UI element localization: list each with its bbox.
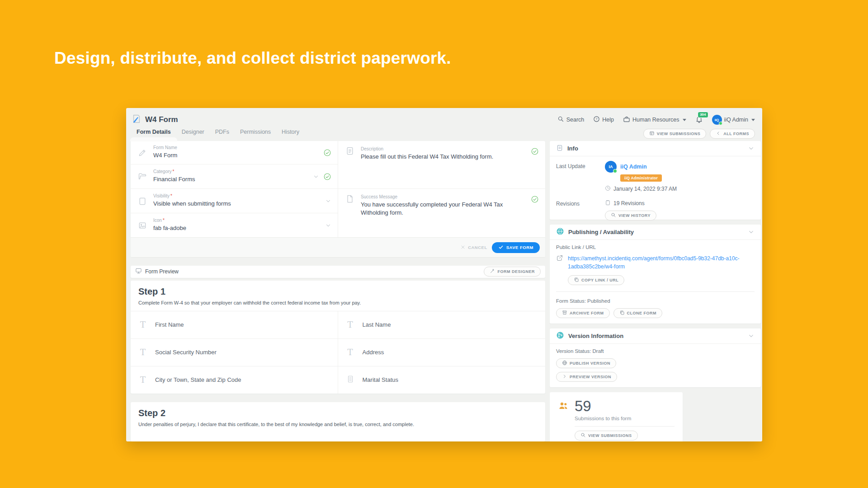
view-submissions-button[interactable]: VIEW SUBMISSIONS xyxy=(643,129,707,139)
save-form-button[interactable]: SAVE FORM xyxy=(492,242,540,253)
user-menu[interactable]: iiQ iiQ Admin xyxy=(712,115,755,125)
chevron-down-icon[interactable] xyxy=(325,198,331,204)
form-details-card: Form Name W4 Form Category* Financial Fo… xyxy=(131,141,545,257)
public-link-label: Public Link / URL xyxy=(556,244,755,250)
clipboard-icon xyxy=(556,144,563,153)
public-link-url[interactable]: https://amethyst.incidentiq.com/agent/fo… xyxy=(568,254,741,271)
app-header: W4 Form Search ? Help Human Resources 30… xyxy=(126,108,762,129)
revisions-count: 19 Revisions xyxy=(613,200,645,206)
clock-icon xyxy=(605,185,611,192)
copy-link-button[interactable]: COPY LINK / URL xyxy=(568,275,624,285)
notifications-button[interactable]: 304 xyxy=(695,115,703,124)
updated-by-link[interactable]: iiQ Admin xyxy=(620,164,647,170)
org-menu[interactable]: Human Resources xyxy=(623,116,686,124)
category-field[interactable]: Category* Financial Forms xyxy=(131,164,338,189)
last-update-label: Last Update xyxy=(556,161,605,192)
archive-form-button[interactable]: ARCHIVE FORM xyxy=(556,308,610,318)
submissions-card: 59 Submissions to this form VIEW SUBMISS… xyxy=(550,392,683,441)
view-submissions-button[interactable]: VIEW SUBMISSIONS xyxy=(575,431,638,441)
text-tool-icon: T xyxy=(139,320,147,329)
image-icon xyxy=(138,221,147,230)
magnifier-icon xyxy=(611,212,616,219)
preview-version-button[interactable]: PREVIEW VERSION xyxy=(556,372,617,382)
description-field[interactable]: Description Please fill out this Federal… xyxy=(338,141,545,189)
panel-title: Publishing / Availability xyxy=(568,229,634,235)
branch-icon xyxy=(556,331,564,341)
step-title: Step 1 xyxy=(138,286,538,297)
form-preview-title: Form Preview xyxy=(145,268,179,275)
chevron-down-icon[interactable] xyxy=(325,222,331,229)
panel-title: Info xyxy=(567,145,578,152)
archive-icon xyxy=(562,310,567,316)
notification-badge: 304 xyxy=(698,112,708,118)
copy-icon xyxy=(619,310,625,316)
tab-pdfs[interactable]: PDFs xyxy=(215,129,229,139)
tab-bar: Form Details Designer PDFs Permissions H… xyxy=(126,129,762,141)
chevron-left-icon xyxy=(716,131,721,137)
preview-field-city-state-zip: T City or Town, State and Zip Code xyxy=(131,366,338,394)
people-icon xyxy=(558,400,569,441)
form-name-field[interactable]: Form Name W4 Form xyxy=(131,141,338,164)
clipboard-icon xyxy=(605,200,611,207)
briefcase-icon xyxy=(623,116,630,124)
version-panel: Version Information Version Status: Draf… xyxy=(550,328,761,387)
svg-text:?: ? xyxy=(596,117,598,121)
text-tool-icon: T xyxy=(346,320,354,329)
publish-version-button[interactable]: PUBLISH VERSION xyxy=(556,358,616,368)
icon-field[interactable]: Icon* fab fa-adobe xyxy=(131,213,338,237)
divider xyxy=(575,426,675,427)
tab-designer[interactable]: Designer xyxy=(182,129,204,139)
grid-icon xyxy=(649,131,655,137)
tab-history[interactable]: History xyxy=(282,129,299,139)
tab-permissions[interactable]: Permissions xyxy=(240,129,271,139)
hero-headline: Design, distribute, and collect district… xyxy=(54,49,451,68)
avatar: IA xyxy=(605,161,617,173)
caret-down-icon xyxy=(751,119,755,121)
revisions-label: Revisions xyxy=(556,198,605,221)
all-forms-button[interactable]: ALL FORMS xyxy=(710,129,755,139)
clone-form-button[interactable]: CLONE FORM xyxy=(613,308,663,318)
check-circle-icon xyxy=(531,147,539,155)
tab-form-details[interactable]: Form Details xyxy=(137,129,171,139)
check-circle-icon xyxy=(323,173,331,181)
view-history-button[interactable]: VIEW HISTORY xyxy=(605,211,656,221)
check-circle-icon xyxy=(531,195,539,203)
preview-field-address: T Address xyxy=(338,338,546,366)
collapse-chevron-icon[interactable] xyxy=(748,145,755,152)
step-2-card: Step 2 Under penalties of perjury, I dec… xyxy=(131,402,545,441)
collapse-chevron-icon[interactable] xyxy=(748,333,755,339)
app-window: W4 Form Search ? Help Human Resources 30… xyxy=(126,108,762,441)
check-circle-icon xyxy=(323,149,331,157)
collapse-chevron-icon[interactable] xyxy=(748,229,755,235)
copy-icon xyxy=(574,277,579,283)
info-panel: Info Last Update IA iiQ Admin iiQ Admini… xyxy=(550,141,761,220)
search-button[interactable]: Search xyxy=(557,116,585,124)
help-button[interactable]: ? Help xyxy=(593,116,614,124)
visibility-field[interactable]: Visibility* Visible when submitting form… xyxy=(131,189,338,213)
help-icon: ? xyxy=(593,116,600,124)
chevron-right-icon xyxy=(562,374,567,380)
online-status-dot xyxy=(613,169,617,173)
cancel-button[interactable]: CANCEL xyxy=(460,244,487,251)
success-message-field[interactable]: Success Message You have successfully co… xyxy=(338,189,545,237)
folder-icon xyxy=(138,172,147,181)
step-title: Step 2 xyxy=(138,408,538,418)
monitor-icon xyxy=(135,267,142,276)
close-icon xyxy=(460,244,466,251)
online-status-dot xyxy=(719,122,722,125)
form-doc-pencil-icon xyxy=(132,114,142,126)
preview-field-first-name: T First Name xyxy=(131,311,338,338)
publishing-panel: Publishing / Availability Public Link / … xyxy=(550,225,761,324)
form-designer-button[interactable]: FORM DESIGNER xyxy=(484,267,541,277)
role-badge: iiQ Administrator xyxy=(620,174,662,182)
doc-lines-icon xyxy=(345,146,354,155)
step-description: Complete Form W-4 so that your employer … xyxy=(138,300,538,305)
step-1-card: Step 1 Complete Form W-4 so that your em… xyxy=(131,281,545,394)
pencil-icon xyxy=(138,148,147,157)
form-preview-bar: Form Preview FORM DESIGNER xyxy=(131,266,545,278)
external-link-icon xyxy=(556,254,563,271)
caret-down-icon xyxy=(683,119,686,121)
text-tool-icon: T xyxy=(346,347,354,357)
chevron-down-icon[interactable] xyxy=(313,174,319,180)
page-title: W4 Form xyxy=(145,115,178,124)
